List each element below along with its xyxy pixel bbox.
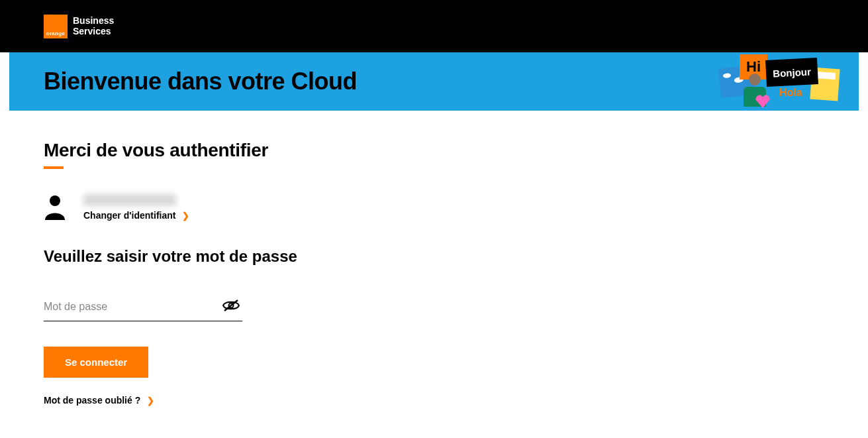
brand-logo[interactable]: orange Business Services [44,15,114,38]
brand-line-2: Services [73,27,114,37]
orange-logo-icon: orange [44,15,68,38]
banner-title: Bienvenue dans votre Cloud [44,68,357,95]
welcome-banner: Bienvenue dans votre Cloud Hi Bonjour Ho… [9,52,859,111]
logo-word: orange [46,30,65,36]
chevron-right-icon: ❯ [147,396,154,406]
chevron-right-icon: ❯ [182,211,189,221]
toggle-password-visibility-button[interactable] [220,296,242,317]
top-header: orange Business Services [0,0,868,52]
eye-slash-icon [222,299,240,312]
current-user-row: Changer d'identifiant ❯ [44,194,552,221]
user-icon [44,195,66,220]
brand-lines: Business Services [73,16,114,36]
hola-text: Hola [779,87,802,99]
forgot-password-link[interactable]: Mot de passe oublié ? ❯ [44,395,552,406]
auth-title: Merci de vous authentifier [44,140,552,161]
title-underline-icon [44,166,64,169]
auth-panel: Merci de vous authentifier Changer d'ide… [0,111,596,432]
login-button[interactable]: Se connecter [44,347,148,378]
change-identifier-link[interactable]: Changer d'identifiant ❯ [83,210,189,221]
svg-point-0 [50,195,60,206]
forgot-password-label: Mot de passe oublié ? [44,395,140,406]
password-title: Veuillez saisir votre mot de passe [44,247,552,266]
change-identifier-label: Changer d'identifiant [83,210,175,221]
username-display [83,194,176,206]
brand-line-1: Business [73,16,114,27]
greeting-illustration-icon: Hi Bonjour Hola [720,52,839,111]
password-input[interactable] [44,301,220,313]
bonjour-card: Bonjour [765,58,818,87]
password-field-row [44,296,242,321]
